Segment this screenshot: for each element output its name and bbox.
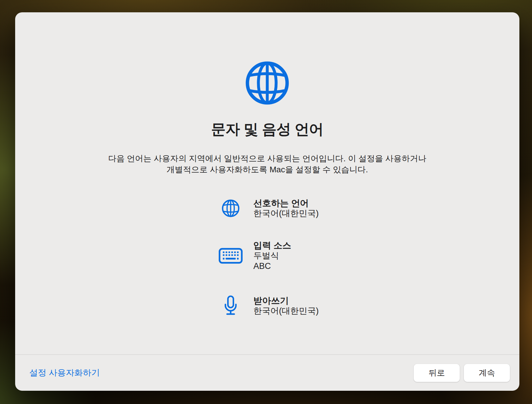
globe-icon [219,199,243,218]
input-source-value-2: ABC [253,261,291,271]
preferred-language-label: 선호하는 언어 [253,198,319,208]
page-subtitle-line2: 개별적으로 사용자화하도록 Mac을 설정할 수 있습니다. [15,164,519,175]
globe-icon [244,60,291,106]
page-title: 문자 및 음성 언어 [15,120,519,139]
footer-buttons: 뒤로 계속 [414,364,510,382]
footer-bar: 설정 사용자화하기 뒤로 계속 [15,355,519,391]
dictation-value: 한국어(대한민국) [253,306,319,316]
customize-settings-link[interactable]: 설정 사용자화하기 [29,367,100,378]
setup-assistant-dialog: 문자 및 음성 언어 다음 언어는 사용자의 지역에서 일반적으로 사용되는 언… [15,12,519,391]
input-sources-row: 입력 소스 두벌식 ABC [219,240,291,271]
back-button[interactable]: 뒤로 [414,364,460,382]
page-subtitle: 다음 언어는 사용자의 지역에서 일반적으로 사용되는 언어입니다. 이 설정을… [15,153,519,175]
input-sources-label: 입력 소스 [253,240,291,251]
dictation-row: 받아쓰기 한국어(대한민국) [219,295,319,316]
input-source-value-1: 두벌식 [253,251,291,261]
desktop-background: 문자 및 음성 언어 다음 언어는 사용자의 지역에서 일반적으로 사용되는 언… [0,0,532,404]
keyboard-icon [219,248,243,264]
page-subtitle-line1: 다음 언어는 사용자의 지역에서 일반적으로 사용되는 언어입니다. 이 설정을… [15,153,519,164]
microphone-icon [219,295,243,316]
preferred-language-value: 한국어(대한민국) [253,208,319,219]
continue-button[interactable]: 계속 [464,364,510,382]
dictation-label: 받아쓰기 [253,295,319,306]
preferred-language-row: 선호하는 언어 한국어(대한민국) [219,198,319,219]
